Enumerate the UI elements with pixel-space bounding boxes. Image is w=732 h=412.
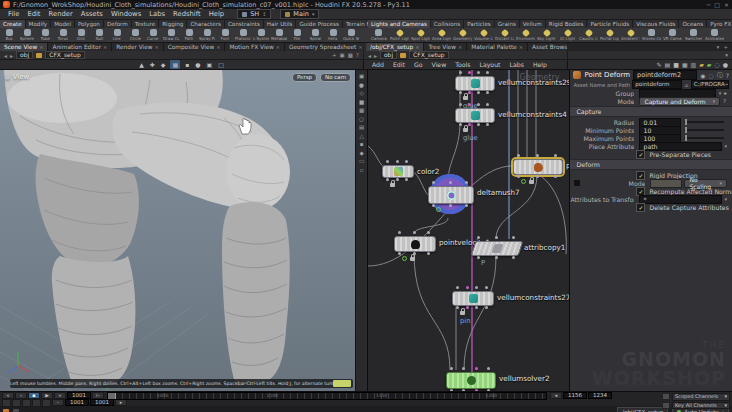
shelf-tool-helix[interactable]: Helix xyxy=(324,28,342,42)
connector-dot[interactable] xyxy=(427,231,430,234)
shelf-tool-spray-paint[interactable]: Spray Paint xyxy=(198,28,216,42)
mini-field[interactable] xyxy=(650,179,682,188)
connector-dot[interactable] xyxy=(396,160,399,163)
info-icon[interactable]: ⓘ xyxy=(717,71,723,80)
connector-dot[interactable] xyxy=(486,123,489,126)
node-name-field[interactable]: pointdeform2 xyxy=(633,70,697,80)
dropdown-mode[interactable]: Capture and Deform▾ xyxy=(639,97,720,106)
range-end-field[interactable]: 1156 xyxy=(563,392,587,400)
shelf-tool-metaball[interactable]: Metaball xyxy=(270,28,288,42)
slider-maximum-points[interactable] xyxy=(684,137,724,139)
shelf-tool-caustic-light[interactable]: Caustic Light xyxy=(578,28,599,42)
network-menu-edit[interactable]: Edit xyxy=(389,61,409,68)
shelf-tool-circle[interactable]: Circle xyxy=(126,28,144,42)
connector-dot[interactable] xyxy=(432,181,435,184)
home-icon[interactable]: ▣ xyxy=(340,52,345,58)
shelf-tool-spot-light[interactable]: Spot Light xyxy=(410,28,431,42)
menu-redshift[interactable]: Redshift xyxy=(169,10,205,18)
connector-dot[interactable] xyxy=(468,71,471,74)
shelf-tab-viscous-fluids[interactable]: Viscous Fluids xyxy=(633,20,679,28)
shelf-tool-point-light[interactable]: Point Light xyxy=(389,28,410,42)
checkbox-rigid-projection[interactable]: ✓ xyxy=(636,171,645,180)
shelf-tool-grid[interactable]: Grid xyxy=(72,28,90,42)
shelf-tab-modify[interactable]: Modify xyxy=(26,20,52,28)
shelf-tool-environment-light[interactable]: Environment Light xyxy=(515,28,536,42)
connector-dot[interactable] xyxy=(398,252,401,255)
shelf-tool-ambient-light[interactable]: Ambient Light xyxy=(620,28,641,42)
node-attribcopy1[interactable]: attribcopy1P xyxy=(473,241,519,254)
menu-windows[interactable]: Windows xyxy=(107,10,145,18)
back-icon[interactable]: ◂ xyxy=(4,52,7,59)
keys-display-dropdown[interactable]: Scoped Channels▾ xyxy=(662,393,730,401)
node-vellumconstraints27[interactable]: vellumconstraints27pin xyxy=(452,291,492,304)
chevron-down-icon[interactable]: ▾ xyxy=(725,143,728,149)
pin-icon[interactable]: ▾ xyxy=(725,52,728,58)
close-button[interactable]: × xyxy=(724,1,729,8)
shelf-tool-null[interactable]: Null xyxy=(90,28,108,42)
path-context-chip[interactable]: obj xyxy=(380,51,397,59)
connector-dot[interactable] xyxy=(475,367,478,370)
shelf-tab-characters[interactable]: Characters xyxy=(187,20,225,28)
pane-add-icon[interactable]: + xyxy=(723,44,728,50)
range-arrow-button[interactable]: ◂ xyxy=(550,392,562,400)
close-tab-icon[interactable]: × xyxy=(216,43,220,51)
layout-icon[interactable]: ▦ xyxy=(682,61,688,68)
close-tab-icon[interactable]: × xyxy=(276,43,280,51)
connector-dot[interactable] xyxy=(468,91,471,94)
range-slider-left[interactable]: – xyxy=(52,399,64,407)
pane-tab-animation-editor[interactable]: Animation Editor× xyxy=(48,43,112,51)
shelf-tab-hair-utils[interactable]: Hair Utils xyxy=(264,20,297,28)
search-icon[interactable]: ◌ xyxy=(709,72,714,79)
shelf-tool-path[interactable]: Path xyxy=(180,28,198,42)
camera-persp-pill[interactable]: Persp xyxy=(292,73,317,82)
connector-dot[interactable] xyxy=(386,178,389,181)
connector-dot[interactable] xyxy=(485,306,488,309)
connector-dot[interactable] xyxy=(485,286,488,289)
checkbox-delete-capture-attributes[interactable]: ✓ xyxy=(636,203,645,212)
menu-assets[interactable]: Assets xyxy=(77,10,107,18)
pane-tab-tree-view[interactable]: Tree View× xyxy=(424,43,467,51)
pane-tab-scene-view[interactable]: Scene View× xyxy=(0,43,48,51)
output-connectors[interactable] xyxy=(450,389,490,391)
connector-dot[interactable] xyxy=(477,91,480,94)
shelf-tool-camera[interactable]: Camera xyxy=(368,28,389,42)
connector-dot[interactable] xyxy=(536,154,539,157)
shelf-tab-particles[interactable]: Particles xyxy=(464,20,495,28)
maximize-button[interactable]: □ xyxy=(714,1,720,8)
network-menu-labs[interactable]: Labs xyxy=(506,61,528,68)
lock-icon[interactable] xyxy=(410,257,415,261)
node-icon[interactable]: ▰ xyxy=(707,61,712,68)
param-section-deform[interactable]: Deform xyxy=(570,159,732,170)
shelf-tool-tube[interactable]: Tube xyxy=(36,28,54,42)
key-icon[interactable] xyxy=(2,399,11,407)
shelf-tab-rigid-bodies[interactable]: Rigid Bodies xyxy=(546,20,588,28)
shelf-tool-l-system[interactable]: L-System xyxy=(252,28,270,42)
move-tool-icon[interactable]: ◆ xyxy=(160,60,167,69)
node-pointvelocity1[interactable]: pointvelocity1 xyxy=(394,236,434,250)
shelf-tab-collisions[interactable]: Collisions xyxy=(431,20,464,28)
forward-icon[interactable]: ▸ xyxy=(10,52,13,59)
shelf-tab-constraints[interactable]: Constraints xyxy=(225,20,264,28)
connector-dot[interactable] xyxy=(459,103,462,106)
connector-dot[interactable] xyxy=(477,256,480,259)
network-menu-tools[interactable]: Tools xyxy=(451,61,474,68)
shelf-tool-quick-shapes[interactable]: Quick Shapes xyxy=(342,28,360,42)
shelf-tool-line[interactable]: Line xyxy=(108,28,126,42)
wireframe-icon[interactable]: ◇ xyxy=(359,90,363,96)
input-connectors[interactable] xyxy=(477,236,515,239)
connector-dot[interactable] xyxy=(449,181,452,184)
snap-tool-icon[interactable]: ▪ xyxy=(184,60,190,69)
forward-icon[interactable]: ▸ xyxy=(374,52,377,59)
search-icon[interactable]: ◌ xyxy=(714,61,719,68)
connector-dot[interactable] xyxy=(486,91,489,94)
shelf-tool-vr-camera[interactable]: VR Camera xyxy=(662,28,683,42)
lights-icon[interactable]: ○ xyxy=(359,116,364,122)
lock-icon[interactable] xyxy=(463,96,468,100)
lock-icon[interactable] xyxy=(463,128,468,132)
path-context-chip[interactable]: obj xyxy=(16,51,33,59)
shelf-tab-rigging[interactable]: Rigging xyxy=(159,20,187,28)
input-connectors[interactable] xyxy=(398,231,430,234)
dropdown-no-scaling[interactable]: No Scaling▾ xyxy=(684,179,727,188)
connector-dot[interactable] xyxy=(517,175,520,178)
box-icon[interactable]: ■ xyxy=(673,61,679,68)
